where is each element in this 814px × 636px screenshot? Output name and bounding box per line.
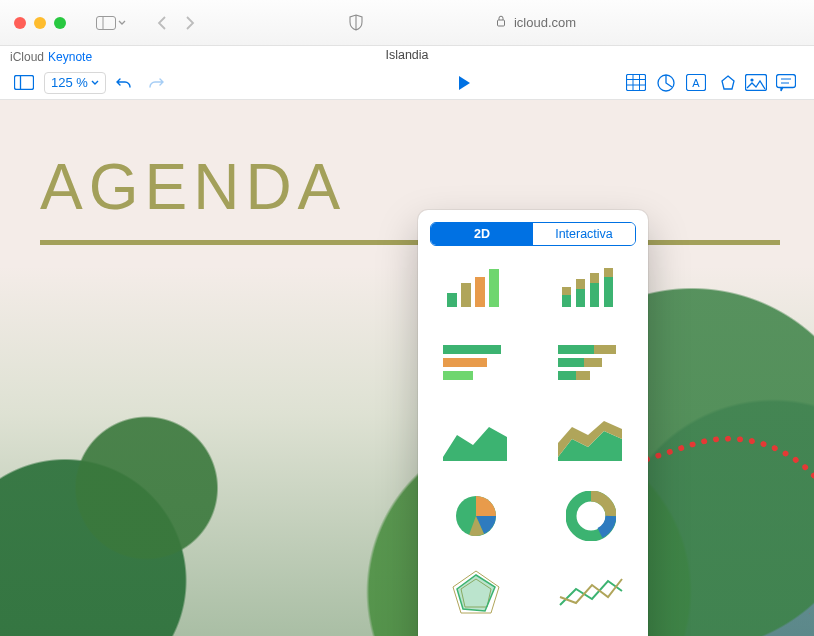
chart-type-segmented-control: 2D Interactiva [430, 222, 636, 246]
breadcrumb-root[interactable]: iCloud [10, 50, 44, 64]
svg-rect-5 [627, 75, 646, 91]
sidebar-toggle-icon[interactable] [96, 16, 126, 30]
svg-rect-30 [443, 345, 501, 354]
forward-button[interactable] [184, 15, 196, 31]
address-bar[interactable]: icloud.com [376, 10, 696, 36]
chart-type-donut[interactable] [545, 486, 636, 546]
chevron-down-icon [91, 79, 99, 87]
svg-rect-18 [447, 293, 457, 307]
chart-type-bar-horizontal[interactable] [430, 334, 521, 394]
svg-rect-2 [497, 20, 504, 26]
svg-rect-27 [590, 273, 599, 283]
insert-comment-button[interactable] [772, 70, 800, 96]
svg-rect-26 [590, 283, 599, 307]
privacy-shield-icon[interactable] [348, 14, 364, 32]
svg-rect-29 [604, 268, 613, 277]
chart-type-area[interactable] [430, 410, 521, 470]
minimize-window-button[interactable] [34, 17, 46, 29]
undo-button[interactable] [110, 70, 138, 96]
breadcrumb-app[interactable]: Keynote [48, 50, 92, 64]
svg-rect-28 [604, 277, 613, 307]
svg-rect-38 [576, 371, 590, 380]
insert-chart-button[interactable] [652, 70, 680, 96]
chart-type-pie[interactable] [430, 486, 521, 546]
svg-rect-0 [97, 16, 116, 29]
insert-table-button[interactable] [622, 70, 650, 96]
svg-rect-23 [562, 287, 571, 295]
url-text: icloud.com [514, 15, 576, 30]
chart-type-bar-vertical[interactable] [430, 258, 521, 318]
svg-rect-15 [777, 74, 796, 87]
chart-type-area-stacked[interactable] [545, 410, 636, 470]
svg-rect-22 [562, 295, 571, 307]
redo-button[interactable] [142, 70, 170, 96]
breadcrumb: iCloud Keynote [0, 46, 814, 66]
svg-rect-33 [558, 345, 594, 354]
chart-type-grid [430, 258, 636, 636]
tab-interactive[interactable]: Interactiva [533, 223, 635, 245]
chart-type-bar-horizontal-stacked[interactable] [545, 334, 636, 394]
chart-type-radar[interactable] [430, 562, 521, 622]
zoom-value: 125 % [51, 75, 88, 90]
svg-rect-24 [576, 289, 585, 307]
back-button[interactable] [156, 15, 168, 31]
svg-rect-36 [584, 358, 602, 367]
insert-text-button[interactable]: A [682, 70, 710, 96]
lock-icon [496, 15, 506, 30]
svg-rect-3 [15, 76, 34, 90]
insert-media-button[interactable] [742, 70, 770, 96]
svg-rect-37 [558, 371, 576, 380]
insert-shape-button[interactable] [712, 70, 740, 96]
svg-rect-25 [576, 279, 585, 289]
window-controls [14, 17, 66, 29]
svg-rect-20 [475, 277, 485, 307]
slide-canvas[interactable]: AGENDA 2D Interactiva [0, 100, 814, 636]
chart-type-bar-vertical-stacked[interactable] [545, 258, 636, 318]
zoom-select[interactable]: 125 % [44, 72, 106, 94]
chart-type-line-multi[interactable] [545, 562, 636, 622]
svg-rect-31 [443, 358, 487, 367]
navigator-toggle-button[interactable] [10, 70, 38, 96]
svg-rect-21 [489, 269, 499, 307]
zoom-window-button[interactable] [54, 17, 66, 29]
svg-rect-34 [594, 345, 616, 354]
svg-rect-19 [461, 283, 471, 307]
chart-picker-popover: 2D Interactiva [418, 210, 648, 636]
tab-2d[interactable]: 2D [431, 223, 533, 245]
slide-divider [40, 240, 780, 245]
svg-rect-32 [443, 371, 473, 380]
svg-point-14 [750, 78, 753, 81]
slide-heading[interactable]: AGENDA [40, 150, 346, 224]
close-window-button[interactable] [14, 17, 26, 29]
svg-rect-13 [746, 75, 767, 91]
svg-rect-35 [558, 358, 584, 367]
svg-text:A: A [692, 77, 700, 89]
app-toolbar: 125 % A [0, 66, 814, 100]
browser-chrome: icloud.com [0, 0, 814, 46]
play-button[interactable] [450, 70, 478, 96]
